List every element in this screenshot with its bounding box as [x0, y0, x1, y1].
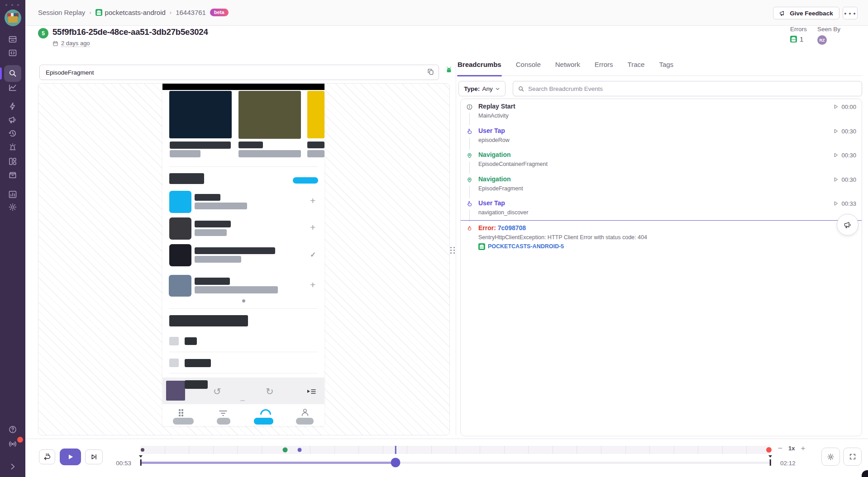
org-avatar[interactable] — [5, 9, 21, 26]
layout-blocks-icon — [8, 157, 17, 166]
event-timestamp[interactable]: 00:30 — [833, 175, 856, 196]
event-timestamp[interactable]: 00:30 — [833, 127, 856, 148]
rewind-10-button[interactable]: 10 — [39, 449, 55, 464]
panel-resize-handle[interactable] — [450, 247, 456, 256]
sidebar-item-feedback[interactable] — [8, 115, 17, 124]
replay-phone-screen: ++✓+↺↻ — [162, 84, 324, 426]
breadcrumb-event-row[interactable]: NavigationEpisodeContainerFragment00:30 — [461, 147, 862, 172]
copy-icon — [427, 68, 434, 76]
tab-tags[interactable]: Tags — [658, 58, 674, 76]
tab-trace[interactable]: Trace — [627, 58, 645, 76]
player-settings-button[interactable] — [821, 448, 840, 466]
breadcrumb-event-row[interactable]: Error: 7c098708SentryHttpClientException… — [461, 220, 862, 255]
copy-selector-button[interactable] — [426, 68, 435, 77]
fullscreen-button[interactable] — [843, 448, 862, 466]
error-id-link[interactable]: 7c098708 — [498, 224, 526, 231]
profile-nav-icon — [300, 407, 310, 417]
code-folder-icon — [8, 48, 17, 57]
tab-errors[interactable]: Errors — [594, 58, 614, 76]
breadcrumb-project[interactable]: pocketcasts-android — [95, 9, 166, 16]
timeline-track — [140, 462, 771, 464]
breadcrumb-event-row[interactable]: User TapepisodeRow00:30 — [461, 123, 862, 148]
android-robot-icon — [445, 66, 453, 74]
breadcrumb-event-row[interactable]: NavigationEpisodeFragment00:30 — [461, 172, 862, 196]
more-options-button[interactable]: • • • — [843, 7, 858, 19]
android-project-icon — [95, 9, 102, 16]
android-platform-icon — [790, 36, 797, 43]
page-header: 5 55f9fb16-25de-48ce-aa51-3db27b5e3024 2… — [25, 26, 868, 50]
android-project-icon — [478, 243, 485, 250]
tab-console[interactable]: Console — [515, 58, 541, 76]
timeline-error-marker[interactable] — [766, 447, 772, 453]
replay-age-text[interactable]: 2 days ago — [61, 40, 90, 47]
timeline-end-marker — [768, 455, 772, 459]
sidebar-item-projects[interactable] — [8, 48, 17, 57]
sidebar-item-settings[interactable] — [8, 203, 17, 212]
sidebar-item-quickstart[interactable] — [8, 102, 17, 111]
sidebar-item-alerts[interactable] — [8, 142, 17, 151]
archive-box-icon — [8, 170, 17, 179]
sidebar-item-stats[interactable] — [8, 190, 17, 199]
event-title[interactable]: Navigation — [478, 175, 833, 183]
event-type-icon — [465, 127, 475, 148]
timeline[interactable] — [140, 439, 771, 477]
broadcast-icon — [8, 439, 17, 449]
svg-text:10: 10 — [45, 453, 49, 457]
speed-controls: − 1x + — [778, 444, 805, 452]
filter-nav-icon — [219, 410, 228, 416]
timeline-activity-band — [140, 446, 771, 454]
event-title[interactable]: Navigation — [478, 151, 833, 159]
speed-value[interactable]: 1x — [788, 445, 795, 452]
speed-increase-button[interactable]: + — [801, 444, 805, 452]
seen-by-avatar[interactable]: RZ — [817, 35, 827, 45]
event-title[interactable]: User Tap — [478, 199, 833, 207]
tab-network[interactable]: Network — [555, 58, 581, 76]
event-type-icon — [465, 103, 475, 123]
give-feedback-button[interactable]: Give Feedback — [773, 7, 839, 19]
type-filter-dropdown[interactable]: Type: Any — [458, 81, 506, 96]
breadcrumb-replay-id[interactable]: 16443761 — [176, 9, 206, 16]
megaphone-icon — [8, 115, 17, 124]
event-title[interactable]: Error: 7c098708 — [478, 224, 851, 232]
speed-decrease-button[interactable]: − — [778, 444, 782, 452]
floating-feedback-button[interactable] — [837, 214, 858, 236]
bar-stats-icon — [8, 190, 17, 199]
event-timestamp[interactable]: 00:30 — [833, 151, 856, 172]
gear-icon — [827, 453, 835, 461]
breadcrumb-search — [513, 81, 862, 96]
sidebar-item-explore[interactable] — [8, 69, 17, 78]
topbar: Session Replay › pocketcasts-android › 1… — [25, 0, 868, 26]
gear-icon — [8, 203, 17, 212]
timeline-scrubber[interactable] — [391, 458, 401, 468]
issue-link[interactable]: POCKETCASTS-ANDROID-5 — [478, 243, 851, 250]
timeline-green-marker[interactable] — [283, 448, 288, 453]
sidebar-collapse-toggle[interactable] — [8, 462, 17, 471]
event-title[interactable]: Replay Start — [478, 103, 833, 110]
breadcrumb-list: Replay StartMainActivity00:00User Tapepi… — [460, 99, 862, 436]
breadcrumb-event-row[interactable]: User Tapnavigation_discover00:33 — [461, 196, 862, 220]
dom-selector-input[interactable] — [39, 65, 439, 80]
event-subtitle: navigation_discover — [478, 209, 833, 216]
breadcrumb-section[interactable]: Session Replay — [38, 9, 85, 16]
sidebar-item-dashboards[interactable] — [8, 83, 17, 92]
sidebar-item-releases[interactable] — [8, 170, 17, 179]
breadcrumb-event-row[interactable]: Replay StartMainActivity00:00 — [461, 99, 862, 123]
replay-viewport[interactable]: ++✓+↺↻ — [38, 83, 450, 435]
sidebar-item-broadcasts[interactable] — [8, 439, 17, 449]
breadcrumb-search-input[interactable] — [528, 85, 857, 92]
sidebar-item-replays[interactable] — [8, 129, 17, 138]
sidebar-item-insights[interactable] — [8, 157, 17, 166]
event-type-icon — [465, 199, 475, 220]
errors-meta: Errors 1 — [790, 26, 818, 43]
sidebar-item-help[interactable] — [8, 425, 17, 434]
event-timestamp[interactable]: 00:00 — [833, 103, 856, 123]
event-title[interactable]: User Tap — [478, 127, 833, 135]
timeline-purple-marker[interactable] — [298, 448, 302, 452]
sidebar-item-issues[interactable] — [8, 35, 17, 44]
errors-count: 1 — [800, 35, 803, 43]
timeline-start-dot[interactable] — [141, 448, 144, 452]
sidebar-active-accent — [0, 67, 2, 80]
chevron-right-icon — [8, 462, 17, 471]
tab-breadcrumbs[interactable]: Breadcrumbs — [457, 58, 502, 76]
play-button[interactable] — [60, 449, 81, 465]
